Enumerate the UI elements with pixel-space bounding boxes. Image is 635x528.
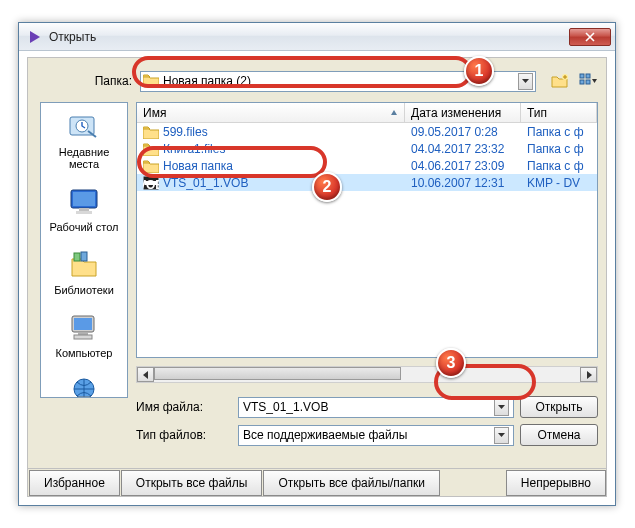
svg-marker-28 <box>587 371 592 379</box>
chevron-down-icon[interactable] <box>518 73 533 90</box>
svg-marker-30 <box>498 433 505 437</box>
sidebar-item-label: Библиотеки <box>54 284 114 296</box>
svg-rect-4 <box>586 74 590 78</box>
folder-row: Папка: Новая папка (2) <box>28 70 598 92</box>
horizontal-scrollbar[interactable] <box>136 366 598 383</box>
sidebar-item-libraries[interactable]: Библиотеки <box>41 241 127 304</box>
cancel-button[interactable]: Отмена <box>520 424 598 446</box>
column-type[interactable]: Тип <box>521 103 597 122</box>
network-icon <box>68 375 100 398</box>
file-list: Имя Дата изменения Тип 599.files09.05.20… <box>136 102 598 358</box>
view-menu-icon[interactable] <box>578 71 598 91</box>
file-date: 09.05.2017 0:28 <box>405 125 521 139</box>
sidebar-item-computer[interactable]: Компьютер <box>41 304 127 367</box>
svg-marker-29 <box>498 405 505 409</box>
favorites-button[interactable]: Избранное <box>29 470 120 496</box>
file-name: 599.files <box>163 125 208 139</box>
close-icon <box>585 32 595 42</box>
open-all-files-folders-button[interactable]: Открыть все файлы/папки <box>263 470 440 496</box>
file-row[interactable]: VOBVTS_01_1.VOB10.06.2007 12:31KMP - DV <box>137 174 597 191</box>
scroll-right-button[interactable] <box>580 367 597 382</box>
annotation-badge-1: 1 <box>464 56 494 86</box>
filename-input[interactable]: VTS_01_1.VOB <box>238 397 514 418</box>
sidebar-item-label: Рабочий стол <box>49 221 118 233</box>
recent-icon <box>68 111 100 143</box>
filename-label: Имя файла: <box>136 400 232 414</box>
filetype-combo[interactable]: Все поддерживаемые файлы <box>238 425 514 446</box>
open-button[interactable]: Открыть <box>520 396 598 418</box>
svg-rect-5 <box>580 80 584 84</box>
chevron-down-icon[interactable] <box>494 427 509 444</box>
filetype-label: Тип файлов: <box>136 428 232 442</box>
desktop-icon <box>68 186 100 218</box>
sidebar-item-label: Компьютер <box>56 347 113 359</box>
scroll-thumb[interactable] <box>154 367 401 380</box>
scroll-left-button[interactable] <box>137 367 154 382</box>
column-name[interactable]: Имя <box>137 103 405 122</box>
filename-row: Имя файла: VTS_01_1.VOB Открыть <box>136 396 598 418</box>
folder-label: Папка: <box>28 74 140 88</box>
column-type-text: Тип <box>527 106 547 120</box>
column-name-text: Имя <box>143 106 166 120</box>
svg-marker-1 <box>522 79 529 83</box>
svg-marker-7 <box>592 79 597 83</box>
titlebar[interactable]: Открыть <box>19 23 615 51</box>
sidebar-item-recent[interactable]: Недавние места <box>41 103 127 178</box>
svg-marker-27 <box>143 371 148 379</box>
svg-text:VOB: VOB <box>143 178 159 190</box>
filetype-row: Тип файлов: Все поддерживаемые файлы Отм… <box>136 424 598 446</box>
sidebar-item-desktop[interactable]: Рабочий стол <box>41 178 127 241</box>
new-folder-icon[interactable] <box>550 71 570 91</box>
filetype-value: Все поддерживаемые файлы <box>243 428 407 442</box>
folder-icon <box>143 159 159 173</box>
column-date[interactable]: Дата изменения <box>405 103 521 122</box>
file-date: 04.04.2017 23:32 <box>405 142 521 156</box>
filename-value: VTS_01_1.VOB <box>243 400 328 414</box>
svg-rect-21 <box>78 397 90 398</box>
file-type: KMP - DV <box>521 176 597 190</box>
sidebar-item-label: Недавние места <box>43 146 125 170</box>
bottom-bar: Избранное Открыть все файлы Открыть все … <box>28 468 606 496</box>
svg-rect-3 <box>580 74 584 78</box>
folder-icon <box>143 142 159 156</box>
dialog-content: Папка: Новая папка (2) <box>27 57 607 497</box>
svg-rect-6 <box>586 80 590 84</box>
file-list-header: Имя Дата изменения Тип <box>137 103 597 123</box>
svg-rect-19 <box>74 335 92 339</box>
svg-marker-0 <box>30 31 40 43</box>
libraries-icon <box>68 249 100 281</box>
file-name: VTS_01_1.VOB <box>163 176 248 190</box>
annotation-badge-3: 3 <box>436 348 466 378</box>
continuous-button[interactable]: Непрерывно <box>506 470 606 496</box>
open-dialog: Открыть Папка: Новая папка (2) <box>18 22 616 506</box>
file-row[interactable]: Книга1.files04.04.2017 23:32Папка с ф <box>137 140 597 157</box>
places-sidebar: Недавние места Рабочий стол Библиотеки К… <box>40 102 128 398</box>
file-name: Новая папка <box>163 159 233 173</box>
close-button[interactable] <box>569 28 611 46</box>
sidebar-item-network[interactable]: Сеть <box>41 367 127 398</box>
computer-icon <box>68 312 100 344</box>
file-type: Папка с ф <box>521 159 597 173</box>
svg-rect-14 <box>74 253 80 261</box>
file-date: 04.06.2017 23:09 <box>405 159 521 173</box>
scroll-track[interactable] <box>154 367 580 382</box>
file-row[interactable]: 599.files09.05.2017 0:28Папка с ф <box>137 123 597 140</box>
svg-rect-11 <box>73 192 95 206</box>
file-type: Папка с ф <box>521 142 597 156</box>
toolbar-icons <box>550 71 598 91</box>
svg-rect-15 <box>81 252 87 261</box>
file-type: Папка с ф <box>521 125 597 139</box>
column-date-text: Дата изменения <box>411 106 501 120</box>
file-name: Книга1.files <box>163 142 225 156</box>
app-play-icon <box>27 29 43 45</box>
file-date: 10.06.2007 12:31 <box>405 176 521 190</box>
svg-rect-13 <box>76 211 92 214</box>
svg-rect-17 <box>74 318 92 330</box>
file-row[interactable]: Новая папка04.06.2017 23:09Папка с ф <box>137 157 597 174</box>
chevron-down-icon[interactable] <box>494 399 509 416</box>
folder-icon <box>143 125 159 139</box>
svg-rect-12 <box>79 208 89 211</box>
open-all-files-button[interactable]: Открыть все файлы <box>121 470 263 496</box>
sort-asc-icon <box>390 109 398 117</box>
window-title: Открыть <box>49 30 569 44</box>
